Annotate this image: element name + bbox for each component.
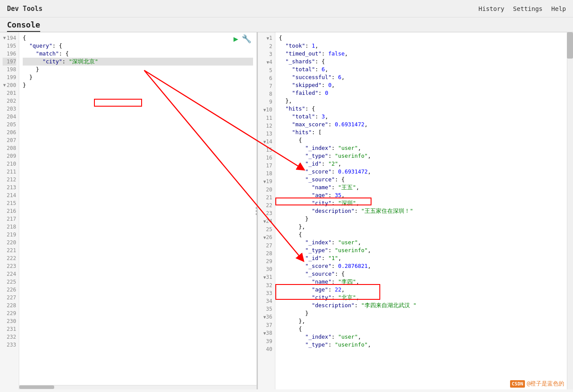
nav-help[interactable]: Help — [551, 5, 566, 12]
topbar: Dev Tools History Settings Help — [0, 0, 573, 17]
left-toolbar: ▶ 🔧 — [233, 34, 251, 43]
right-scrollbar[interactable] — [567, 32, 573, 389]
watermark: CSDN @橙子是蓝色的 — [510, 380, 564, 388]
right-scrollbar-thumb[interactable] — [567, 32, 573, 59]
right-code-content: { "took": 1, "timed_out": false, "_shard… — [275, 32, 573, 389]
csdn-logo: CSDN — [510, 380, 525, 388]
left-code-editor[interactable]: ▼194195196197198199▼20020120220320420520… — [0, 32, 257, 389]
left-editor-panel: ▶ 🔧 ▼194195196197198199▼2002012022032042… — [0, 32, 258, 389]
left-code-content[interactable]: { "query": { "match": { "city": "深圳北京" }… — [19, 32, 257, 389]
settings-button[interactable]: 🔧 — [242, 34, 251, 43]
nav-bar: History Settings Help — [479, 5, 566, 12]
panel-divider[interactable] — [256, 207, 257, 215]
main-editor-area: ▶ 🔧 ▼194195196197198199▼2002012022032042… — [0, 32, 573, 389]
right-line-numbers: ▼123▼456789▼10111213▼1415161718▼19202122… — [258, 32, 275, 389]
left-line-numbers: ▼194195196197198199▼20020120220320420520… — [0, 32, 19, 389]
nav-history[interactable]: History — [479, 5, 504, 12]
right-code-viewer[interactable]: ▼123▼456789▼10111213▼1415161718▼19202122… — [258, 32, 573, 389]
nav-settings[interactable]: Settings — [513, 5, 542, 12]
run-button[interactable]: ▶ — [233, 34, 238, 43]
left-scrollbar[interactable] — [19, 385, 257, 389]
console-label-bar: Console — [0, 17, 573, 32]
console-label: Console — [7, 20, 40, 32]
watermark-text: @橙子是蓝色的 — [527, 380, 564, 388]
app-title: Dev Tools — [7, 5, 42, 13]
left-scrollbar-thumb[interactable] — [19, 385, 54, 389]
right-output-panel: ▼123▼456789▼10111213▼1415161718▼19202122… — [258, 32, 573, 389]
